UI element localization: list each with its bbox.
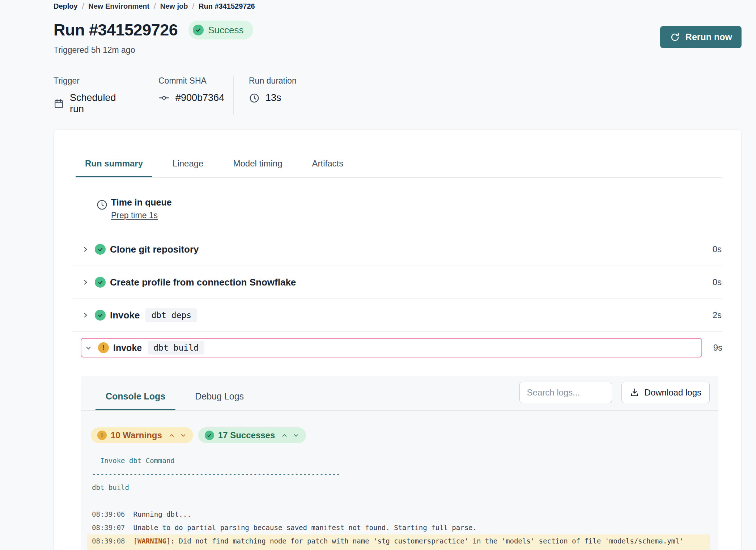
status-badge: Success [188, 21, 253, 39]
tab-run-summary[interactable]: Run summary [76, 158, 152, 177]
step-row-dbt-build: ! Invoke dbt build 9s [73, 332, 722, 364]
run-meta: Trigger Scheduled run Commit SHA #900b73… [54, 76, 742, 115]
prep-time-link[interactable]: Prep time 1s [111, 211, 172, 220]
warning-icon: ! [98, 342, 109, 353]
step-title: Invoke [110, 310, 140, 321]
breadcrumb-job[interactable]: New job [160, 2, 188, 10]
chevron-right-icon[interactable] [82, 279, 90, 286]
success-check-icon [205, 431, 214, 440]
step-duration: 0s [713, 277, 722, 287]
step-row-clone-git[interactable]: Clone git repository 0s [73, 233, 722, 266]
log-filter-badges: ! 10 Warnings 17 Successes [91, 427, 718, 443]
tab-model-timing[interactable]: Model timing [224, 158, 292, 177]
step-row-create-profile[interactable]: Create profile from connection Snowflake… [73, 266, 722, 299]
success-check-icon [95, 277, 106, 288]
header-row: Run #341529726 Success [54, 21, 742, 39]
successes-badge-label: 17 Successes [218, 430, 275, 440]
warning-next-icon[interactable] [180, 432, 187, 439]
log-warning-line: 08:39:08[WARNING]: Did not find matching… [87, 548, 710, 550]
log-toolbar: Console Logs Debug Logs Download logs [81, 376, 718, 411]
log-blank-line [87, 494, 710, 508]
successes-badge[interactable]: 17 Successes [198, 427, 306, 443]
breadcrumb: Deploy / New Environment / New job / Run… [54, 2, 742, 10]
step-duration: 0s [713, 244, 722, 254]
chevron-right-icon[interactable] [82, 312, 90, 319]
tab-artifacts[interactable]: Artifacts [303, 158, 353, 177]
step-duration: 2s [713, 310, 722, 320]
clock-icon [249, 93, 260, 103]
meta-duration: Run duration 13s [233, 76, 311, 115]
queue-section: Time in queue Prep time 1s [73, 178, 722, 233]
chevron-down-icon[interactable] [85, 344, 93, 351]
queue-clock-icon [96, 199, 108, 220]
log-line: 08:39:07Unable to do partial parsing bec… [87, 521, 710, 534]
log-separator-line: ----------------------------------------… [87, 468, 710, 481]
rerun-button-label: Rerun now [685, 32, 732, 42]
download-icon [630, 388, 640, 397]
warning-prev-icon[interactable] [168, 432, 175, 439]
main-tabs: Run summary Lineage Model timing Artifac… [76, 130, 722, 178]
page-title: Run #341529726 [54, 21, 178, 39]
step-command-pill: dbt deps [145, 308, 197, 322]
breadcrumb-separator: / [154, 2, 156, 10]
tab-lineage[interactable]: Lineage [163, 158, 213, 177]
download-logs-label: Download logs [645, 388, 701, 398]
git-commit-icon [158, 92, 170, 103]
rerun-button[interactable]: Rerun now [660, 26, 742, 48]
log-warning-line: 08:39:08[WARNING]: Did not find matching… [87, 534, 710, 548]
meta-duration-label: Run duration [249, 76, 297, 86]
warnings-badge-label: 10 Warnings [111, 430, 162, 440]
breadcrumb-separator: / [192, 2, 194, 10]
log-command: dbt build [87, 481, 710, 494]
step-duration: 9s [702, 343, 722, 353]
breadcrumb-separator: / [82, 2, 84, 10]
meta-trigger-value: Scheduled run [70, 92, 128, 115]
log-panel: Console Logs Debug Logs Download logs [81, 376, 718, 550]
console-log-output: Invoke dbt Command ---------------------… [87, 454, 710, 550]
search-logs-input[interactable] [519, 382, 612, 403]
step-title: Invoke [113, 343, 142, 353]
step-title: Create profile from connection Snowflake [110, 277, 296, 288]
download-logs-button[interactable]: Download logs [621, 382, 710, 403]
meta-trigger-label: Trigger [54, 76, 128, 86]
meta-commit-value: #900b7364 [175, 92, 224, 103]
step-row-dbt-deps[interactable]: Invoke dbt deps 2s [73, 299, 722, 332]
success-prev-icon[interactable] [281, 432, 288, 439]
triggered-timestamp: Triggered 5h 12m ago [54, 45, 742, 55]
success-check-icon [95, 310, 106, 321]
tab-debug-logs[interactable]: Debug Logs [185, 391, 254, 410]
breadcrumb-environment[interactable]: New Environment [88, 2, 149, 10]
meta-trigger: Trigger Scheduled run [54, 76, 143, 115]
breadcrumb-current-run: Run #341529726 [199, 2, 255, 10]
success-check-icon [95, 244, 106, 255]
step-title: Clone git repository [110, 244, 199, 255]
success-check-icon [193, 25, 204, 35]
step-dbt-build-header[interactable]: ! Invoke dbt build [81, 338, 702, 358]
run-summary-card: Run summary Lineage Model timing Artifac… [54, 129, 742, 550]
warning-icon: ! [97, 431, 107, 440]
queue-title: Time in queue [111, 197, 172, 208]
calendar-icon [54, 98, 64, 109]
meta-commit-label: Commit SHA [158, 76, 219, 86]
success-next-icon[interactable] [293, 432, 300, 439]
meta-duration-value: 13s [266, 92, 281, 103]
run-detail-page: Deploy / New Environment / New job / Run… [0, 0, 756, 550]
warnings-badge[interactable]: ! 10 Warnings [91, 427, 193, 443]
step-command-pill: dbt build [148, 341, 204, 355]
log-line: 08:39:06Running dbt... [87, 508, 710, 521]
status-badge-label: Success [208, 25, 243, 36]
meta-commit: Commit SHA #900b7364 [143, 76, 233, 115]
rerun-icon [670, 32, 680, 43]
log-command-header: Invoke dbt Command [87, 454, 710, 468]
tab-console-logs[interactable]: Console Logs [95, 391, 175, 410]
chevron-right-icon[interactable] [82, 246, 90, 253]
breadcrumb-deploy[interactable]: Deploy [54, 2, 78, 10]
